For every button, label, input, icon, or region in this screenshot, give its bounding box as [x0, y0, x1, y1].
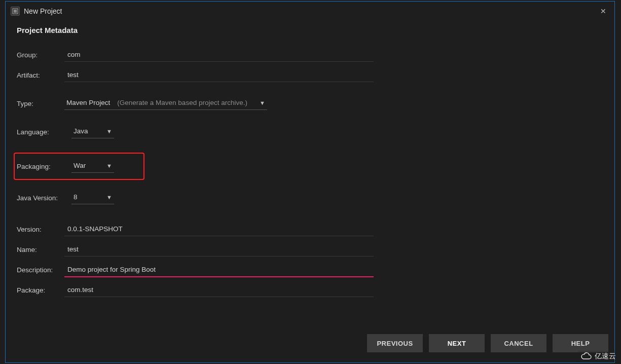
description-label: Description:	[17, 266, 64, 274]
packaging-value: War	[74, 162, 86, 169]
packaging-label: Packaging:	[17, 163, 64, 170]
chevron-down-icon: ▼	[106, 128, 112, 134]
chevron-down-icon: ▼	[106, 194, 112, 200]
row-packaging: Packaging: War ▼	[17, 156, 603, 176]
java-version-select[interactable]: 8 ▼	[71, 191, 114, 204]
row-type: Type: Maven Project (Generate a Maven ba…	[17, 93, 603, 114]
language-value: Java	[74, 127, 88, 135]
type-value: Maven Project	[66, 99, 110, 106]
version-field[interactable]	[64, 222, 374, 236]
app-icon	[11, 7, 20, 16]
row-group: Group:	[17, 45, 603, 65]
type-hint: (Generate a Maven based project archive.…	[117, 99, 247, 106]
type-label: Type:	[17, 100, 64, 107]
new-project-dialog: New Project ✕ Project Metadata Group: Ar…	[5, 1, 615, 363]
row-package: Package:	[17, 280, 603, 300]
dialog-title: New Project	[24, 7, 62, 15]
row-java-version: Java Version: 8 ▼	[17, 188, 603, 208]
artifact-label: Artifact:	[17, 71, 64, 79]
artifact-field[interactable]	[64, 68, 374, 82]
row-description: Description:	[17, 260, 603, 280]
section-heading: Project Metadata	[17, 26, 603, 34]
package-field[interactable]	[64, 283, 374, 297]
help-button[interactable]: HELP	[553, 334, 608, 352]
description-field[interactable]	[64, 263, 374, 277]
java-version-label: Java Version:	[17, 194, 64, 202]
row-artifact: Artifact:	[17, 65, 603, 85]
row-version: Version:	[17, 219, 603, 239]
packaging-select[interactable]: War ▼	[71, 160, 114, 173]
next-button[interactable]: NEXT	[429, 334, 485, 352]
row-language: Language: Java ▼	[17, 122, 603, 142]
group-label: Group:	[17, 51, 64, 59]
row-name: Name:	[17, 239, 603, 260]
dialog-content: Project Metadata Group: Artifact: Type: …	[6, 21, 614, 334]
language-select[interactable]: Java ▼	[71, 125, 114, 138]
group-field[interactable]	[64, 48, 374, 62]
cancel-button[interactable]: CANCEL	[491, 334, 546, 352]
dialog-footer: PREVIOUS NEXT CANCEL HELP	[6, 334, 614, 362]
chevron-down-icon: ▼	[106, 163, 112, 169]
name-field[interactable]	[64, 242, 374, 257]
chevron-down-icon: ▼	[260, 100, 265, 106]
version-label: Version:	[17, 226, 64, 233]
package-label: Package:	[17, 286, 64, 294]
language-label: Language:	[17, 128, 64, 136]
close-icon[interactable]: ✕	[597, 5, 609, 17]
titlebar: New Project ✕	[6, 2, 614, 21]
type-select[interactable]: Maven Project (Generate a Maven based pr…	[64, 97, 267, 110]
name-label: Name:	[17, 246, 64, 253]
java-version-value: 8	[74, 193, 78, 201]
svg-rect-1	[14, 10, 17, 13]
previous-button[interactable]: PREVIOUS	[367, 334, 423, 352]
